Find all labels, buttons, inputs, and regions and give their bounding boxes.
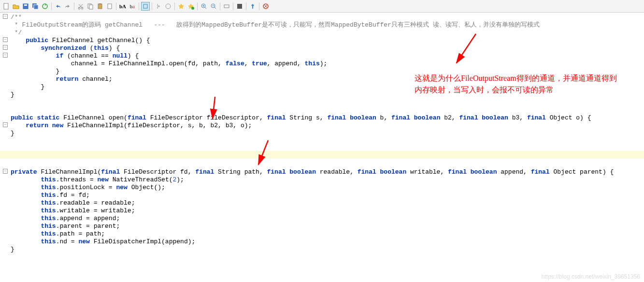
separator	[233, 2, 233, 10]
annotation-text: 这就是为什么FileOutputStream得到的通道，并通道通道得到内存映射，…	[415, 73, 622, 96]
svg-rect-9	[89, 5, 93, 9]
nav-back-icon[interactable]	[154, 2, 163, 11]
new-file-icon[interactable]	[2, 2, 11, 11]
svg-rect-13	[143, 4, 147, 8]
code-line: this.positionLock = new Object();	[11, 184, 644, 192]
highlight-icon[interactable]	[141, 2, 150, 11]
code-line: public FileChannel getChannel() {	[11, 37, 644, 45]
sync-icon[interactable]	[41, 2, 49, 11]
code-line: }	[11, 130, 644, 137]
fold-marker[interactable]: −	[3, 37, 8, 42]
separator	[246, 2, 246, 10]
code-line: channel = FileChannelImpl.open(fd, path,…	[11, 60, 644, 68]
code-editor[interactable]: − − − − − − /** * FileOutputStream的源码 ge…	[0, 13, 644, 253]
find-icon[interactable]: bA	[118, 2, 127, 11]
code-line: this.path = path;	[11, 230, 644, 238]
separator	[220, 2, 220, 10]
copy-icon[interactable]	[86, 2, 95, 11]
separator	[139, 2, 139, 10]
code-line	[11, 153, 644, 161]
code-line: this.writable = writable;	[11, 207, 644, 215]
separator	[51, 2, 52, 10]
nav-fwd-icon[interactable]	[164, 2, 172, 11]
svg-rect-11	[99, 3, 101, 4]
code-line	[11, 161, 644, 168]
pin-icon[interactable]	[248, 2, 257, 11]
code-line: }	[11, 246, 644, 253]
paste-icon[interactable]	[96, 2, 104, 11]
redo-icon[interactable]	[63, 2, 72, 11]
watermark: https://blog.csdn.net/weixin_39651356	[542, 273, 640, 280]
code-line	[11, 137, 644, 145]
star-icon[interactable]	[177, 2, 186, 11]
svg-rect-0	[4, 3, 8, 9]
cut-icon[interactable]	[76, 2, 85, 11]
separator	[197, 2, 198, 10]
code-line: this.parent = parent;	[11, 223, 644, 230]
code-line: return new FileChannelImpl(fileDescripto…	[11, 122, 644, 130]
code-line: this.append = append;	[11, 215, 644, 223]
code-line: synchronized (this) {	[11, 45, 644, 52]
fold-marker[interactable]: −	[3, 169, 8, 174]
svg-rect-19	[237, 4, 242, 9]
stop-icon[interactable]	[261, 2, 270, 11]
star-add-icon[interactable]	[186, 2, 195, 11]
fit-icon[interactable]	[222, 2, 231, 11]
code-line	[11, 99, 644, 106]
code-line: if (channel == null) {	[11, 52, 644, 60]
svg-point-14	[166, 4, 171, 9]
separator	[152, 2, 152, 10]
zoom-in-icon[interactable]	[200, 2, 208, 11]
code-line: this.readable = readable;	[11, 199, 644, 207]
save-icon[interactable]	[21, 2, 30, 11]
toolbar: bA ba	[0, 0, 644, 13]
svg-rect-2	[24, 4, 27, 6]
clipboard-icon[interactable]	[105, 2, 114, 11]
fold-marker[interactable]: −	[3, 53, 8, 58]
svg-rect-4	[34, 5, 38, 9]
fold-marker[interactable]: −	[3, 14, 8, 19]
fold-marker[interactable]: −	[3, 45, 8, 50]
separator	[74, 2, 74, 10]
code-line: /**	[11, 14, 644, 21]
svg-point-5	[43, 4, 47, 9]
code-line	[11, 145, 644, 153]
fold-marker[interactable]: −	[3, 122, 8, 127]
fullscreen-icon[interactable]	[235, 2, 244, 11]
code-line: this.threads = new NativeThreadSet(2);	[11, 176, 644, 184]
replace-icon[interactable]: ba	[128, 2, 137, 11]
code-line: public static FileChannel open(final Fil…	[11, 114, 644, 122]
code-line: this.nd = new FileDispatcherImpl(append)…	[11, 238, 644, 246]
open-icon[interactable]	[12, 2, 20, 11]
svg-rect-12	[108, 4, 112, 9]
code-line: this.fd = fd;	[11, 192, 644, 199]
code-line: private FileChannelImpl(final FileDescri…	[11, 168, 644, 176]
save-all-icon[interactable]	[31, 2, 40, 11]
svg-rect-10	[98, 4, 102, 9]
svg-rect-18	[224, 5, 229, 8]
separator	[259, 2, 259, 10]
undo-icon[interactable]	[54, 2, 62, 11]
code-line: * FileOutputStream的源码 getChannel --- 故得到…	[11, 21, 644, 29]
separator	[116, 2, 116, 10]
code-line	[11, 106, 644, 114]
zoom-out-icon[interactable]	[209, 2, 218, 11]
separator	[174, 2, 175, 10]
svg-point-15	[191, 7, 194, 10]
code-line: */	[11, 29, 644, 37]
